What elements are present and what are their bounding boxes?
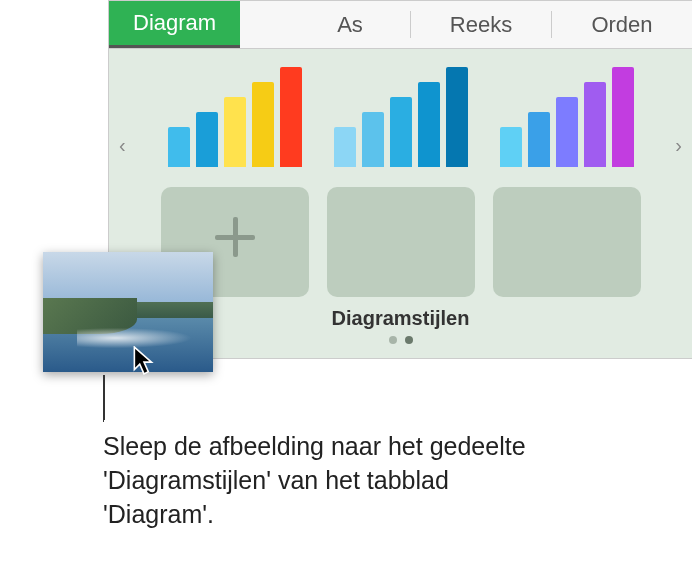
preview-bar <box>224 97 246 167</box>
preview-bar <box>362 112 384 167</box>
preview-bar <box>556 97 578 167</box>
dragged-image-thumbnail[interactable] <box>43 252 213 372</box>
instruction-caption: Sleep de afbeelding naar het gedeelte 'D… <box>103 430 543 531</box>
callout-line <box>103 420 104 422</box>
preview-bar <box>446 67 468 167</box>
inspector-tabs: Diagram As Reeks Orden <box>109 1 692 49</box>
preview-bar <box>252 82 274 167</box>
preview-bar <box>584 82 606 167</box>
page-dot[interactable] <box>405 336 413 344</box>
page-dot[interactable] <box>389 336 397 344</box>
preview-bar <box>280 67 302 167</box>
tab-as[interactable]: As <box>290 1 410 48</box>
preview-bar <box>418 82 440 167</box>
tab-reeks[interactable]: Reeks <box>411 1 551 48</box>
chart-style-row <box>161 67 641 177</box>
preview-bar <box>168 127 190 167</box>
preview-bar <box>500 127 522 167</box>
tab-spacer <box>240 1 290 48</box>
plus-icon <box>215 217 255 257</box>
callout-line <box>103 375 105 420</box>
chevron-right-icon[interactable]: › <box>675 134 682 157</box>
tab-diagram[interactable]: Diagram <box>109 1 240 48</box>
tab-orden[interactable]: Orden <box>552 1 692 48</box>
chart-style-slot-empty[interactable] <box>327 187 475 297</box>
chart-style-preset[interactable] <box>161 67 309 177</box>
chart-style-row <box>161 187 641 297</box>
preview-bar <box>334 127 356 167</box>
chevron-left-icon[interactable]: ‹ <box>119 134 126 157</box>
preview-bar <box>390 97 412 167</box>
preview-bar <box>196 112 218 167</box>
chart-style-slot-empty[interactable] <box>493 187 641 297</box>
preview-bar <box>528 112 550 167</box>
chart-style-preset[interactable] <box>493 67 641 177</box>
preview-bar <box>612 67 634 167</box>
chart-style-preset[interactable] <box>327 67 475 177</box>
